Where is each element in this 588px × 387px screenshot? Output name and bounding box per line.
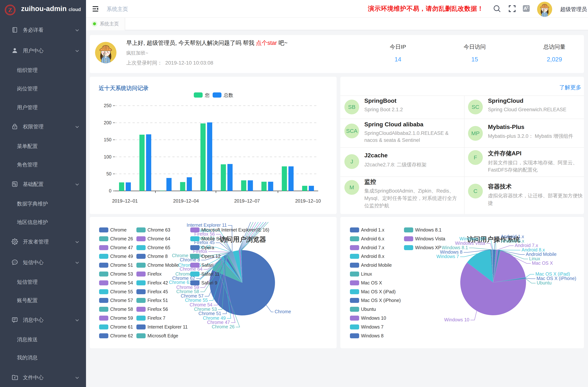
svg-text:您: 您 xyxy=(205,92,210,98)
svg-text:150: 150 xyxy=(104,137,111,142)
svg-text:2019–12–07: 2019–12–07 xyxy=(234,198,260,204)
svg-text:100: 100 xyxy=(104,154,111,159)
svg-text:250: 250 xyxy=(104,103,111,108)
svg-text:2019–12–04: 2019–12–04 xyxy=(173,198,199,204)
svg-text:0: 0 xyxy=(109,188,111,193)
svg-text:50: 50 xyxy=(106,171,111,176)
svg-text:总数: 总数 xyxy=(224,92,233,98)
svg-text:2019–12–10: 2019–12–10 xyxy=(295,198,321,204)
svg-text:2019–12–01: 2019–12–01 xyxy=(112,198,138,204)
svg-text:200: 200 xyxy=(104,120,111,125)
svg-text:Z: Z xyxy=(8,7,12,13)
